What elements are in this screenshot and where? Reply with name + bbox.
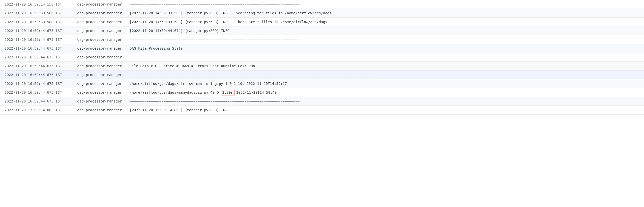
log-row[interactable]: 2022-11-20 16:59:44.675 ISTdag-processor… xyxy=(0,53,644,62)
log-row[interactable]: 2022-11-20 16:59:44.675 ISTdag-processor… xyxy=(0,97,644,106)
log-message-text: 2022-11-20T14:58:40 xyxy=(234,90,277,94)
log-timestamp: 2022-11-20 16:59:44.675 IST xyxy=(0,88,73,97)
log-message xyxy=(129,53,644,62)
log-row[interactable]: 2022-11-20 16:59:14.158 ISTdag-processor… xyxy=(0,0,644,9)
log-timestamp: 2022-11-20 16:59:44.675 IST xyxy=(0,71,73,79)
log-message: DAG File Processing Stats xyxy=(129,44,644,53)
log-row[interactable]: 2022-11-20 16:59:33.588 ISTdag-processor… xyxy=(0,18,644,26)
log-row[interactable]: 2022-11-20 16:59:44.675 ISTdag-processor… xyxy=(0,71,644,79)
log-timestamp: 2022-11-20 17:00:14.863 IST xyxy=(0,106,73,115)
log-source: dag-processor-manager xyxy=(73,79,129,88)
log-message: [2022-11-20 14:59:33,585] {manager.py:69… xyxy=(129,9,644,18)
log-message: ----------------------------------------… xyxy=(129,71,644,79)
log-message: File Path PID Runtime # DAGs # Errors La… xyxy=(129,62,644,71)
log-source: dag-processor-manager xyxy=(73,9,129,18)
log-source: dag-processor-manager xyxy=(73,53,129,62)
log-message: ========================================… xyxy=(129,35,644,44)
log-source: dag-processor-manager xyxy=(73,97,129,106)
log-source: dag-processor-manager xyxy=(73,106,129,115)
log-source: dag-processor-manager xyxy=(73,71,129,79)
log-timestamp: 2022-11-20 16:59:44.675 IST xyxy=(0,53,73,62)
log-row[interactable]: 2022-11-20 16:59:44.675 ISTdag-processor… xyxy=(0,88,644,97)
log-row[interactable]: 2022-11-20 16:59:44.675 ISTdag-processor… xyxy=(0,35,644,44)
log-source: dag-processor-manager xyxy=(73,62,129,71)
log-timestamp: 2022-11-20 16:59:44.675 IST xyxy=(0,62,73,71)
log-timestamp: 2022-11-20 16:59:44.675 IST xyxy=(0,97,73,106)
log-row[interactable]: 2022-11-20 16:59:44.675 ISTdag-processor… xyxy=(0,62,644,71)
log-source: dag-processor-manager xyxy=(73,44,129,53)
log-source: dag-processor-manager xyxy=(73,18,129,26)
log-message: ========================================… xyxy=(129,97,644,106)
log-row[interactable]: 2022-11-20 16:59:44.675 ISTdag-processor… xyxy=(0,44,644,53)
log-source: dag-processor-manager xyxy=(73,88,129,97)
log-timestamp: 2022-11-20 16:59:44.675 IST xyxy=(0,26,73,35)
log-table: 2022-11-20 16:59:14.158 ISTdag-processor… xyxy=(0,0,644,115)
log-message: /home/airflow/gcs/dags/airflow_monitorin… xyxy=(129,79,644,88)
log-source: dag-processor-manager xyxy=(73,0,129,9)
log-timestamp: 2022-11-20 16:59:33.588 IST xyxy=(0,18,73,26)
log-row[interactable]: 2022-11-20 17:00:14.863 ISTdag-processor… xyxy=(0,106,644,115)
log-timestamp: 2022-11-20 16:59:44.675 IST xyxy=(0,79,73,88)
log-timestamp: 2022-11-20 16:59:14.158 IST xyxy=(0,0,73,9)
log-message: [2022-11-20 14:59:33,588] {manager.py:69… xyxy=(129,18,644,26)
log-row[interactable]: 2022-11-20 16:59:44.675 ISTdag-processor… xyxy=(0,26,644,35)
log-timestamp: 2022-11-20 16:59:44.675 IST xyxy=(0,44,73,53)
log-timestamp: 2022-11-20 16:59:44.675 IST xyxy=(0,35,73,44)
log-message: /home/airflow/gcs/dags/manydagsbig.py 40… xyxy=(129,88,644,97)
log-row[interactable]: 2022-11-20 16:59:44.675 ISTdag-processor… xyxy=(0,79,644,88)
log-message: [2022-11-20 15:00:14,863] {manager.py:80… xyxy=(129,106,644,115)
log-message: [2022-11-20 14:59:44,674] {manager.py:80… xyxy=(129,26,644,35)
log-message: ========================================… xyxy=(129,0,644,9)
log-source: dag-processor-manager xyxy=(73,26,129,35)
log-row[interactable]: 2022-11-20 16:59:33.586 ISTdag-processor… xyxy=(0,9,644,18)
log-timestamp: 2022-11-20 16:59:33.586 IST xyxy=(0,9,73,18)
log-message-text: /home/airflow/gcs/dags/manydagsbig.py 40… xyxy=(130,90,221,94)
highlight-annotation: 2.89s xyxy=(221,90,234,95)
log-source: dag-processor-manager xyxy=(73,35,129,44)
